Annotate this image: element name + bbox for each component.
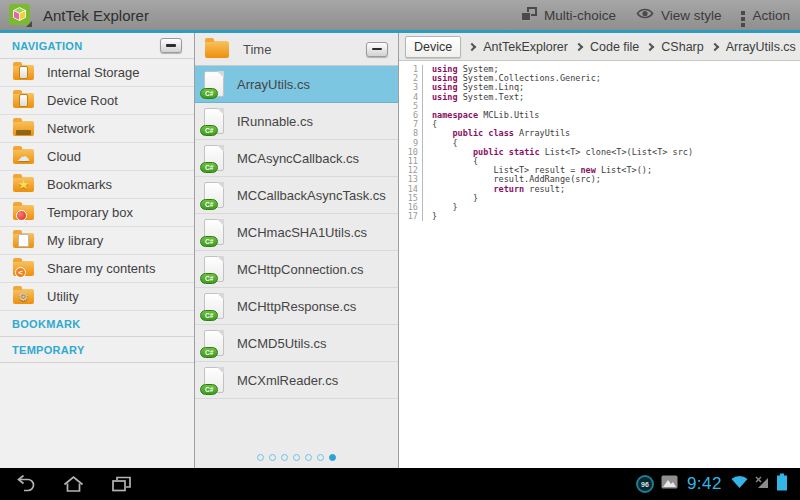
csharp-file-icon: C# xyxy=(204,182,224,208)
collapse-file-panel-button[interactable] xyxy=(366,42,388,57)
file-name: ArrayUtils.cs xyxy=(237,77,310,92)
anttek-explorer-app: AntTek Explorer Multi-choiceView styleAc… xyxy=(0,0,800,500)
line-number: 6 xyxy=(399,111,423,120)
view-style-button[interactable]: View style xyxy=(636,7,722,23)
line-number: 17 xyxy=(399,212,423,221)
code-line: 16 } xyxy=(399,203,800,212)
breadcrumb-segments: DeviceAntTekExplorerCode fileCSharpArray… xyxy=(405,36,796,58)
sidebar-item-temporary-box[interactable]: Temporary box xyxy=(0,199,194,227)
csharp-badge: C# xyxy=(200,125,218,136)
home-button[interactable] xyxy=(63,475,84,493)
line-number: 4 xyxy=(399,93,423,102)
status-cluster[interactable]: 96 9:42 xyxy=(636,473,788,495)
file-row-mchttpresponse-cs[interactable]: C#MCHttpResponse.cs xyxy=(195,288,398,325)
sidebar-item-cloud[interactable]: ☁Cloud xyxy=(0,143,194,171)
csharp-file-icon: C# xyxy=(204,256,224,282)
file-row-mcxmlreader-cs[interactable]: C#MCXmlReader.cs xyxy=(195,362,398,399)
sidebar-item-network[interactable]: Network xyxy=(0,115,194,143)
sidebar-item-label: My library xyxy=(47,233,103,248)
section-header-bookmark: BOOKMARK xyxy=(0,311,194,337)
battery-widget-icon: 96 xyxy=(636,475,654,493)
file-row-arrayutils-cs[interactable]: C#ArrayUtils.cs xyxy=(195,66,398,103)
sidebar-item-my-library[interactable]: My library xyxy=(0,227,194,255)
csharp-file-icon: C# xyxy=(204,145,224,171)
code-line: 17} xyxy=(399,212,800,221)
file-name: MCHttpConnection.cs xyxy=(237,262,363,277)
sidebar-item-label: Utility xyxy=(47,289,79,304)
line-number: 7 xyxy=(399,120,423,129)
file-panel-header: Time xyxy=(195,33,398,66)
actionbar-item-label: Action xyxy=(752,8,790,23)
screenshot-notification-icon xyxy=(661,475,678,493)
file-row-mcasynccallback-cs[interactable]: C#MCAsyncCallback.cs xyxy=(195,140,398,177)
sidebar-item-label: Cloud xyxy=(47,149,81,164)
breadcrumb-segment-arrayutils-cs[interactable]: ArrayUtils.cs xyxy=(726,40,796,54)
sidebar-item-device-root[interactable]: Device Root xyxy=(0,87,194,115)
sidebar: NAVIGATIONInternal StorageDevice RootNet… xyxy=(0,33,195,468)
line-number: 5 xyxy=(399,102,423,111)
clock: 9:42 xyxy=(687,474,722,494)
file-name: IRunnable.cs xyxy=(237,114,313,129)
recent-apps-button[interactable] xyxy=(111,475,132,493)
eye-icon xyxy=(636,7,654,23)
collapse-navigation-button[interactable] xyxy=(160,38,182,53)
file-name: MCHttpResponse.cs xyxy=(237,299,356,314)
csharp-badge: C# xyxy=(200,347,218,358)
file-row-mchmacsha1utils-cs[interactable]: C#MCHmacSHA1Utils.cs xyxy=(195,214,398,251)
page-dot[interactable] xyxy=(269,454,276,461)
sidebar-item-internal-storage[interactable]: Internal Storage xyxy=(0,59,194,87)
app-title: AntTek Explorer xyxy=(43,7,149,24)
sort-mode-label[interactable]: Time xyxy=(243,42,271,57)
csharp-badge: C# xyxy=(200,236,218,247)
back-button[interactable] xyxy=(14,475,36,493)
sidebar-item-utility[interactable]: ⚙Utility xyxy=(0,283,194,311)
csharp-file-icon: C# xyxy=(204,108,224,134)
page-dot[interactable] xyxy=(281,454,288,461)
multi-choice-button[interactable]: Multi-choice xyxy=(521,7,616,24)
folder-phone-icon xyxy=(13,65,34,80)
sidebar-item-share-my-contents[interactable]: <Share my contents xyxy=(0,255,194,283)
breadcrumb-segment-device[interactable]: Device xyxy=(405,36,461,58)
line-number: 1 xyxy=(399,65,423,74)
page-dot[interactable] xyxy=(293,454,300,461)
file-row-mchttpconnection-cs[interactable]: C#MCHttpConnection.cs xyxy=(195,251,398,288)
code-view[interactable]: 1using System;2using System.Collections.… xyxy=(399,61,800,468)
csharp-file-icon: C# xyxy=(204,71,224,97)
viewer-panel: DeviceAntTekExplorerCode fileCSharpArray… xyxy=(399,33,800,468)
page-dot[interactable] xyxy=(317,454,324,461)
folder-doc-icon xyxy=(13,233,34,248)
cell-signal-icon xyxy=(755,475,769,493)
section-header-navigation: NAVIGATION xyxy=(0,33,194,59)
chevron-right-icon xyxy=(468,42,476,50)
file-row-mcmd5utils-cs[interactable]: C#MCMD5Utils.cs xyxy=(195,325,398,362)
line-number: 2 xyxy=(399,74,423,83)
battery-icon xyxy=(776,473,788,495)
page-dot[interactable] xyxy=(257,454,264,461)
section-header-label: TEMPORARY xyxy=(12,344,85,356)
file-row-mccallbackasynctask-cs[interactable]: C#MCCallbackAsyncTask.cs xyxy=(195,177,398,214)
csharp-badge: C# xyxy=(200,162,218,173)
chevron-right-icon xyxy=(575,42,583,50)
file-name: MCHmacSHA1Utils.cs xyxy=(237,225,367,240)
csharp-file-icon: C# xyxy=(204,219,224,245)
code-line: 6namespace MCLib.Utils xyxy=(399,111,800,120)
breadcrumb-segment-csharp[interactable]: CSharp xyxy=(661,40,703,54)
file-list-panel: Time C#ArrayUtils.csC#IRunnable.csC#MCAs… xyxy=(195,33,399,468)
folder-cloud-icon: ☁ xyxy=(13,149,34,164)
breadcrumb-segment-anttekexplorer[interactable]: AntTekExplorer xyxy=(483,40,568,54)
file-row-irunnable-cs[interactable]: C#IRunnable.cs xyxy=(195,103,398,140)
csharp-badge: C# xyxy=(200,88,218,99)
csharp-file-icon: C# xyxy=(204,330,224,356)
sidebar-item-bookmarks[interactable]: ★Bookmarks xyxy=(0,171,194,199)
app-logo-icon[interactable] xyxy=(8,3,33,28)
file-name: MCCallbackAsyncTask.cs xyxy=(237,188,386,203)
code-line: 8 public class ArrayUtils xyxy=(399,129,800,138)
breadcrumb-segment-code-file[interactable]: Code file xyxy=(590,40,639,54)
multi-choice-icon xyxy=(521,7,537,24)
page-dot[interactable] xyxy=(329,454,336,461)
code-line: 15 } xyxy=(399,194,800,203)
page-dot[interactable] xyxy=(305,454,312,461)
action-button[interactable]: Action xyxy=(741,3,790,27)
main-content: NAVIGATIONInternal StorageDevice RootNet… xyxy=(0,33,800,468)
sidebar-item-label: Internal Storage xyxy=(47,65,140,80)
